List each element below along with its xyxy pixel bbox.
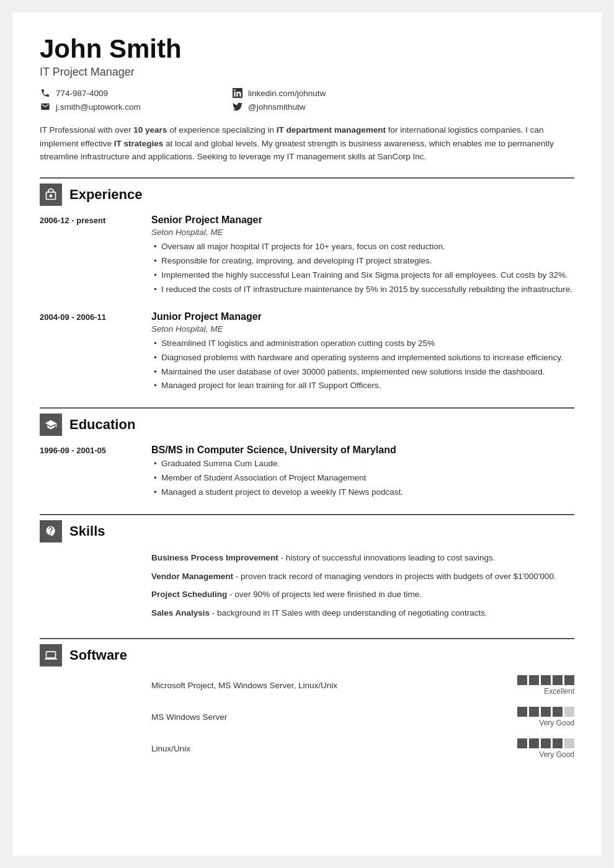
experience-section: Experience 2006-12 - present Senior Proj…: [40, 177, 574, 394]
software-title: Software: [69, 647, 127, 663]
job1-content: Senior Project Manager Seton Hospital, M…: [151, 215, 574, 298]
software-item-1: MS Windows Server Very Good: [40, 707, 574, 727]
candidate-title: IT Project Manager: [40, 66, 574, 79]
skill-item-0: Business Process Improvement - history o…: [151, 551, 574, 565]
job-entry-1: 2006-12 - present Senior Project Manager…: [40, 215, 574, 298]
experience-header: Experience: [40, 177, 574, 206]
bullet: Managed project for lean training for al…: [151, 379, 574, 392]
twitter-item: @johnsmithutw: [232, 101, 412, 112]
software-name-0: Microsoft Project, MS Windows Server, Li…: [151, 681, 505, 690]
experience-icon: [40, 184, 62, 206]
job2-company: Seton Hospital, ME: [151, 324, 574, 334]
software-header: Software: [40, 638, 574, 666]
linkedin-item: linkedin.com/johnutw: [232, 87, 412, 99]
dot: [529, 707, 539, 717]
resume-document: John Smith IT Project Manager 774-987-40…: [12, 12, 602, 856]
dot: [529, 738, 539, 748]
software-name-1: MS Windows Server: [151, 712, 505, 722]
edu1-degree: BS/MS in Computer Science, University of…: [151, 445, 574, 456]
job2-bullets: Streamlined IT logistics and administrat…: [151, 337, 574, 393]
bullet: I reduced the costs of IT infrastructure…: [151, 283, 574, 296]
skills-list: Business Process Improvement - history o…: [151, 551, 574, 624]
software-item-0: Microsoft Project, MS Windows Server, Li…: [40, 675, 574, 696]
rating-dots-0: [517, 675, 574, 685]
edu1-dates: 1996-09 - 2001-05: [40, 445, 139, 500]
linkedin-icon: [232, 87, 243, 99]
dot: [541, 707, 551, 717]
linkedin-value: linkedin.com/johnutw: [248, 89, 326, 98]
skill-item-3: Sales Analysis - background in IT Sales …: [151, 606, 574, 620]
phone-icon: [40, 87, 51, 99]
skills-icon: [40, 520, 62, 542]
bullet: Streamlined IT logistics and administrat…: [151, 337, 574, 350]
twitter-value: @johnsmithutw: [248, 102, 306, 112]
software-rating-0: Excellent: [517, 675, 574, 696]
skills-section: Skills Business Process Improvement - hi…: [40, 514, 574, 624]
bullet: Graduated Summa Cum Laude.: [151, 458, 574, 471]
software-icon: [40, 644, 62, 666]
software-rating-1: Very Good: [517, 707, 574, 727]
job1-company: Seton Hospital, ME: [151, 228, 574, 237]
software-name-2: Linux/Unix: [151, 744, 505, 753]
bullet: Oversaw all major hospital IT projects f…: [151, 241, 574, 254]
rating-label-0: Excellent: [544, 687, 574, 696]
job1-title: Senior Project Manager: [151, 215, 574, 226]
header-section: John Smith IT Project Manager 774-987-40…: [40, 35, 574, 164]
dot-empty: [564, 738, 574, 748]
rating-label-2: Very Good: [539, 750, 574, 759]
contact-grid: 774-987-4009 linkedin.com/johnutw j.smit…: [40, 87, 412, 112]
dot: [553, 707, 563, 717]
rating-dots-2: [517, 738, 574, 748]
dot: [517, 738, 527, 748]
edu1-bullets: Graduated Summa Cum Laude. Member of Stu…: [151, 458, 574, 499]
edu1-content: BS/MS in Computer Science, University of…: [151, 445, 574, 500]
dot: [553, 675, 563, 685]
job-entry-2: 2004-09 - 2006-11 Junior Project Manager…: [40, 311, 574, 394]
skill-item-1: Vendor Management - proven track record …: [151, 570, 574, 583]
job2-content: Junior Project Manager Seton Hospital, M…: [151, 311, 574, 394]
email-icon: [40, 101, 51, 112]
bullet: Responsible for creating, improving, and…: [151, 255, 574, 268]
skills-title: Skills: [69, 523, 105, 539]
dot-empty: [564, 707, 574, 717]
job2-dates: 2004-09 - 2006-11: [40, 311, 139, 394]
job1-bullets: Oversaw all major hospital IT projects f…: [151, 241, 574, 296]
dot: [529, 675, 539, 685]
education-section: Education 1996-09 - 2001-05 BS/MS in Com…: [40, 407, 574, 500]
rating-label-1: Very Good: [539, 719, 574, 727]
bullet: Diagnosed problems with hardware and ope…: [151, 352, 574, 365]
phone-value: 774-987-4009: [56, 89, 108, 98]
edu-entry-1: 1996-09 - 2001-05 BS/MS in Computer Scie…: [40, 445, 574, 500]
education-title: Education: [69, 417, 135, 433]
skill-item-2: Project Scheduling - over 90% of project…: [151, 588, 574, 601]
experience-title: Experience: [69, 187, 142, 203]
phone-item: 774-987-4009: [40, 87, 220, 99]
software-section: Software Microsoft Project, MS Windows S…: [40, 638, 574, 759]
email-item: j.smith@uptowork.com: [40, 101, 220, 112]
summary-text: IT Professional with over 10 years of ex…: [40, 123, 574, 164]
job2-title: Junior Project Manager: [151, 311, 574, 322]
twitter-icon: [232, 101, 243, 112]
skills-list-container: Business Process Improvement - history o…: [40, 551, 574, 624]
education-header: Education: [40, 407, 574, 436]
bullet: Implemented the highly successful Lean T…: [151, 269, 574, 282]
dot: [517, 707, 527, 717]
dot: [517, 675, 527, 685]
rating-dots-1: [517, 707, 574, 717]
education-icon: [40, 414, 62, 436]
dot: [564, 675, 574, 685]
bullet: Managed a student project to develop a w…: [151, 486, 574, 499]
dot: [541, 675, 551, 685]
bullet: Member of Student Association of Project…: [151, 472, 574, 485]
software-item-2: Linux/Unix Very Good: [40, 738, 574, 759]
skills-header: Skills: [40, 514, 574, 542]
bullet: Maintained the user database of over 300…: [151, 366, 574, 379]
dot: [553, 738, 563, 748]
software-rating-2: Very Good: [517, 738, 574, 759]
job1-dates: 2006-12 - present: [40, 215, 139, 298]
email-value: j.smith@uptowork.com: [56, 102, 141, 112]
dot: [541, 738, 551, 748]
candidate-name: John Smith: [40, 35, 574, 63]
